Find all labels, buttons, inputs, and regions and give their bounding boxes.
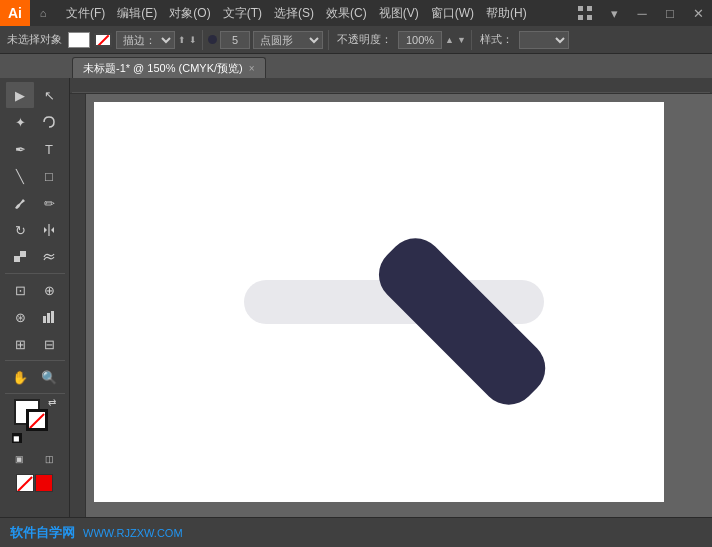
document-tab[interactable]: 未标题-1* @ 150% (CMYK/预览) × [72,57,266,78]
canvas-area[interactable] [70,78,712,517]
none-fill-icon[interactable] [16,474,34,492]
menu-file[interactable]: 文件(F) [60,3,111,24]
select-tool[interactable]: ▶ [6,82,34,108]
svg-rect-11 [51,311,54,323]
opacity-label: 不透明度： [334,32,395,47]
tool-row-10: ⊞ ⊟ [6,331,63,357]
toolbar-divider-1 [202,30,203,50]
title-bar-icons: ⌂ [30,4,56,22]
artboard-tool[interactable]: ⊞ [6,331,34,357]
tool-row-6: ↻ [6,217,63,243]
chevron-down-icon[interactable]: ▾ [600,0,628,26]
canvas-svg [94,102,664,502]
color-mode-button[interactable]: ▣ [6,446,34,472]
reflect-tool[interactable] [35,217,63,243]
stroke-indicator[interactable] [94,33,112,47]
menu-type[interactable]: 文字(T) [217,3,268,24]
swap-colors-icon[interactable]: ⇄ [48,397,56,408]
hand-tool[interactable]: ✋ [6,364,34,390]
close-button[interactable]: ✕ [684,0,712,26]
svg-rect-9 [43,316,46,323]
art-canvas[interactable] [94,102,664,502]
color-mode-row: ▣ ◫ [6,446,64,472]
svg-rect-10 [47,313,50,323]
paintbrush-tool[interactable] [6,190,34,216]
maximize-button[interactable]: □ [656,0,684,26]
magic-wand-tool[interactable]: ✦ [6,109,34,135]
menu-edit[interactable]: 编辑(E) [111,3,163,24]
stroke-up-icon[interactable]: ⬆ [178,35,186,45]
opacity-up-icon[interactable]: ▲ [445,35,454,45]
scale-tool[interactable] [6,244,34,270]
svg-rect-8 [20,251,26,257]
site-name: 软件自学网 [10,524,75,542]
svg-rect-1 [587,6,592,11]
tool-row-2: ✦ [6,109,63,135]
stroke-color-box[interactable] [26,409,48,431]
no-selection-label: 未选择对象 [4,32,65,47]
tool-row-5: ✏ [6,190,63,216]
zoom-tool[interactable]: 🔍 [35,364,63,390]
svg-rect-3 [587,15,592,20]
opacity-input[interactable] [398,31,442,49]
brush-shape-select[interactable]: 点圆形 [253,31,323,49]
ruler-top [70,78,712,94]
brush-dot [208,35,217,44]
brush-size-input[interactable] [220,31,250,49]
column-graph-tool[interactable] [35,304,63,330]
line-tool[interactable]: ╲ [6,163,34,189]
tool-separator-2 [5,360,65,361]
tool-row-11: ✋ 🔍 [6,364,63,390]
left-toolbar: ▶ ↖ ✦ ✒ T ╲ □ ✏ [0,78,70,517]
bottom-bar: 软件自学网 WWW.RJZXW.COM [0,517,712,547]
rotate-tool[interactable]: ↻ [6,217,34,243]
style-select[interactable] [519,31,569,49]
opacity-down-icon[interactable]: ▼ [457,35,466,45]
tab-title: 未标题-1* @ 150% (CMYK/预览) [83,61,243,76]
pencil-tool[interactable]: ✏ [35,190,63,216]
home-icon[interactable]: ⌂ [34,4,52,22]
menu-view[interactable]: 视图(V) [373,3,425,24]
app-logo: Ai [0,0,30,26]
pen-tool[interactable]: ✒ [6,136,34,162]
direct-select-tool[interactable]: ↖ [35,82,63,108]
type-tool[interactable]: T [35,136,63,162]
rectangle-tool[interactable]: □ [35,163,63,189]
tool-row-4: ╲ □ [6,163,63,189]
tab-bar: 未标题-1* @ 150% (CMYK/预览) × [0,54,712,78]
svg-marker-5 [44,227,47,233]
toolbar-divider-2 [328,30,329,50]
stroke-select[interactable]: 描边： [116,31,175,49]
ruler-left [70,94,86,517]
menu-select[interactable]: 选择(S) [268,3,320,24]
stroke-down-icon[interactable]: ⬇ [189,35,197,45]
color-section: ⇄ ◼ [12,399,58,443]
main-area: ▶ ↖ ✦ ✒ T ╲ □ ✏ [0,78,712,517]
red-square-icon[interactable] [35,474,53,492]
toolbar-divider-3 [471,30,472,50]
menu-help[interactable]: 帮助(H) [480,3,533,24]
gradient-mode-button[interactable]: ◫ [36,446,64,472]
tool-separator-3 [5,393,65,394]
symbol-sprayer-tool[interactable]: ⊛ [6,304,34,330]
free-transform-tool[interactable]: ⊡ [6,277,34,303]
minimize-button[interactable]: ─ [628,0,656,26]
warp-tool[interactable] [35,244,63,270]
lasso-tool[interactable] [35,109,63,135]
default-colors-icon[interactable]: ◼ [12,433,22,443]
tool-row-9: ⊛ [6,304,63,330]
shape-builder-tool[interactable]: ⊕ [35,277,63,303]
menu-effect[interactable]: 效果(C) [320,3,373,24]
menu-bar: 文件(F) 编辑(E) 对象(O) 文字(T) 选择(S) 效果(C) 视图(V… [56,3,574,24]
menu-object[interactable]: 对象(O) [163,3,216,24]
grid-icon[interactable] [574,2,596,24]
control-toolbar: 未选择对象 描边： ⬆ ⬇ 点圆形 不透明度： ▲ ▼ 样式： [0,26,712,54]
menu-window[interactable]: 窗口(W) [425,3,480,24]
window-controls: ▾ ─ □ ✕ [574,0,712,26]
tab-close-button[interactable]: × [249,63,255,74]
none-color-row [16,474,53,492]
title-bar: Ai ⌂ 文件(F) 编辑(E) 对象(O) 文字(T) 选择(S) 效果(C)… [0,0,712,26]
slice-tool[interactable]: ⊟ [35,331,63,357]
svg-rect-2 [578,15,583,20]
fill-swatch[interactable] [68,32,90,48]
